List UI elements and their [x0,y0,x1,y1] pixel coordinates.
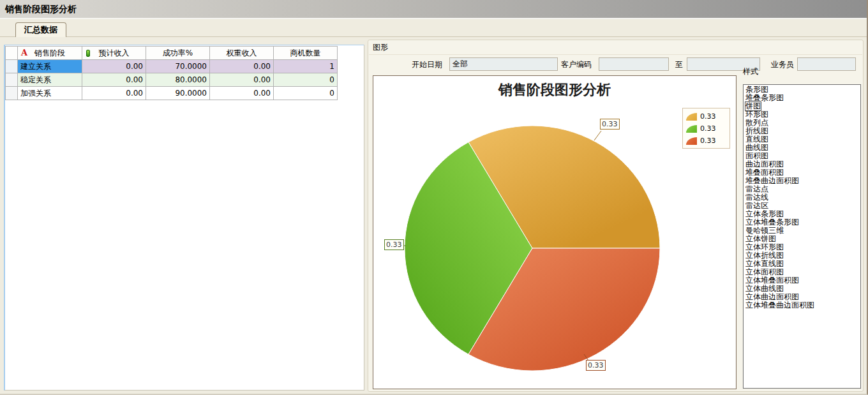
customer-code-input[interactable] [599,57,669,71]
table-cell[interactable]: 0.00 [210,87,274,100]
slice-label-red: 0.33 [586,360,606,371]
table-cell[interactable]: 建立关系 [18,60,82,73]
slice-label-gold: 0.33 [600,119,620,130]
tabstrip-divider [0,36,867,37]
row-indicator-cell[interactable] [6,87,18,100]
table-cell[interactable]: 0.00 [210,73,274,87]
table-row[interactable]: 加强关系0.0090.00000.000 [6,87,338,100]
row-indicator-cell[interactable] [6,60,18,73]
tab-bar: 汇总数据 [0,21,867,37]
table-cell[interactable]: 70.0000 [146,60,210,73]
start-date-input[interactable] [449,57,558,71]
graph-group-label: 图形 [373,42,388,53]
table-cell[interactable]: 0.00 [210,60,274,73]
column-header-label: 销售阶段 [34,48,65,57]
start-date-label: 开始日期 [412,59,442,71]
table-cell[interactable]: 稳定关系 [18,73,82,87]
sort-a-icon: A [21,48,27,57]
chart-legend: 0.330.330.33 [682,108,730,149]
column-header-stage[interactable]: A 销售阶段 [18,47,82,60]
salesman-input[interactable] [797,57,856,71]
table-cell[interactable]: 0.00 [82,87,146,100]
legend-swatch-icon [686,137,697,145]
graph-group-panel: 图形 开始日期 客户编码 至 业务员 销售阶段图形分析 [368,40,864,392]
column-header-label: 预计收入 [99,48,130,57]
column-header-success-rate[interactable]: 成功率% [146,47,210,60]
style-list-item[interactable]: 堆叠条形图 [744,94,860,102]
legend-swatch-icon [686,113,697,121]
slice-label-green: 0.33 [384,239,404,250]
table-cell[interactable]: 0.00 [82,60,146,73]
column-header-expected-income[interactable]: 预计收入 [82,47,146,60]
legend-value: 0.33 [700,124,716,133]
sales-stage-table: A 销售阶段 预计收入 成功率% 权重收入 商机数量 建立关系0.0070.00… [5,46,338,100]
summary-table-panel: A 销售阶段 预计收入 成功率% 权重收入 商机数量 建立关系0.0070.00… [4,45,364,391]
column-header-opportunity-count[interactable]: 商机数量 [274,47,338,60]
row-indicator-cell[interactable] [6,73,18,87]
page-title: 销售阶段图形分析 [5,4,77,15]
table-cell[interactable]: 1 [274,60,338,73]
table-header-row: A 销售阶段 预计收入 成功率% 权重收入 商机数量 [6,47,338,60]
app-window: 销售阶段图形分析 汇总数据 A 销售阶段 预计收入 [0,0,868,395]
legend-value: 0.33 [700,137,716,145]
customer-code-label: 客户编码 [561,59,592,71]
legend-value: 0.33 [700,112,716,121]
style-item-label: 立体堆叠曲边面积图 [745,301,814,309]
legend-swatch-icon [686,125,697,133]
table-row[interactable]: 稳定关系0.0080.00000.000 [6,73,338,87]
table-cell[interactable]: 90.0000 [146,87,210,100]
to-label: 至 [675,59,683,71]
pie-chart [373,76,736,389]
table-cell[interactable]: 80.0000 [146,73,210,87]
legend-row: 0.33 [686,123,727,135]
style-group-label: 样式 [743,66,758,77]
tab-summary-data[interactable]: 汇总数据 [15,22,66,37]
window-titlebar: 销售阶段图形分析 [0,0,867,19]
salesman-label: 业务员 [771,59,794,71]
column-header-weighted-income[interactable]: 权重收入 [210,47,274,60]
table-cell[interactable]: 0 [274,87,338,100]
green-bar-icon [86,50,90,57]
group-divider [369,54,862,55]
legend-row: 0.33 [686,110,727,123]
style-list: 条形图堆叠条形图饼图环形图散列点折线图直线图曲线图面积图曲边面积图堆叠面积图堆叠… [743,84,861,389]
table-cell[interactable]: 加强关系 [18,87,82,100]
sales-stage-table-body: 建立关系0.0070.00000.001稳定关系0.0080.00000.000… [6,60,338,100]
table-cell[interactable]: 0.00 [82,73,146,87]
label-leader-gold [594,131,601,140]
row-indicator-header [6,47,18,60]
legend-row: 0.33 [686,135,727,147]
style-list-item[interactable]: 立体堆叠曲边面积图 [744,301,860,309]
table-row[interactable]: 建立关系0.0070.00000.001 [6,60,338,73]
pie-chart-area: 销售阶段图形分析 [373,75,737,389]
table-cell[interactable]: 0 [274,73,338,87]
